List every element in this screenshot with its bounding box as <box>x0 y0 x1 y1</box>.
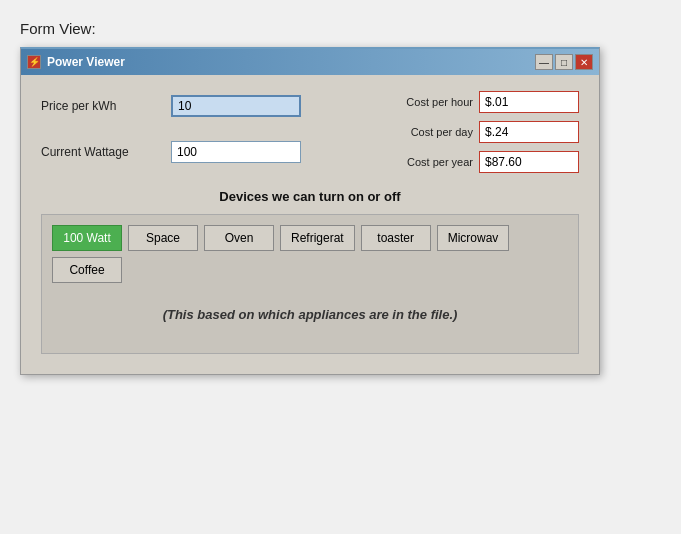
cost-day-row: Cost per day <box>383 121 579 143</box>
device-btn-coffee[interactable]: Coffee <box>52 257 122 283</box>
file-note: (This based on which appliances are in t… <box>52 307 568 322</box>
title-bar-controls: — □ ✕ <box>535 54 593 70</box>
window-body: Price per kWh Current Wattage Cost per h… <box>21 75 599 374</box>
cost-year-row: Cost per year <box>383 151 579 173</box>
left-fields: Price per kWh Current Wattage <box>41 91 301 175</box>
page-label: Form View: <box>20 20 661 37</box>
cost-hour-row: Cost per hour <box>383 91 579 113</box>
window: ⚡ Power Viewer — □ ✕ Price per kWh Curre… <box>20 47 600 375</box>
cost-day-input <box>479 121 579 143</box>
devices-section-title: Devices we can turn on or off <box>41 189 579 204</box>
costs-section: Cost per hour Cost per day Cost per year <box>383 91 579 175</box>
device-btn-refrigerat[interactable]: Refrigerat <box>280 225 355 251</box>
device-btn-space[interactable]: Space <box>128 225 198 251</box>
wattage-input[interactable] <box>171 141 301 163</box>
cost-hour-input <box>479 91 579 113</box>
close-button[interactable]: ✕ <box>575 54 593 70</box>
device-buttons-second-row: Coffee <box>52 257 568 283</box>
device-btn-100-watt[interactable]: 100 Watt <box>52 225 122 251</box>
price-input[interactable] <box>171 95 301 117</box>
wattage-label: Current Wattage <box>41 145 171 159</box>
minimize-button[interactable]: — <box>535 54 553 70</box>
device-btn-microwav[interactable]: Microwav <box>437 225 510 251</box>
title-bar-left: ⚡ Power Viewer <box>27 55 125 69</box>
devices-box: 100 WattSpaceOvenRefrigerattoasterMicrow… <box>41 214 579 354</box>
device-btn-toaster[interactable]: toaster <box>361 225 431 251</box>
cost-year-label: Cost per year <box>383 156 473 168</box>
maximize-button[interactable]: □ <box>555 54 573 70</box>
price-label: Price per kWh <box>41 99 171 113</box>
wattage-row: Current Wattage <box>41 141 301 163</box>
device-buttons-first-row: 100 WattSpaceOvenRefrigerattoasterMicrow… <box>52 225 568 251</box>
device-btn-oven[interactable]: Oven <box>204 225 274 251</box>
cost-hour-label: Cost per hour <box>383 96 473 108</box>
price-row: Price per kWh <box>41 95 301 117</box>
cost-year-input <box>479 151 579 173</box>
top-area: Price per kWh Current Wattage Cost per h… <box>41 91 579 175</box>
app-icon: ⚡ <box>27 55 41 69</box>
cost-day-label: Cost per day <box>383 126 473 138</box>
title-bar: ⚡ Power Viewer — □ ✕ <box>21 49 599 75</box>
window-title: Power Viewer <box>47 55 125 69</box>
